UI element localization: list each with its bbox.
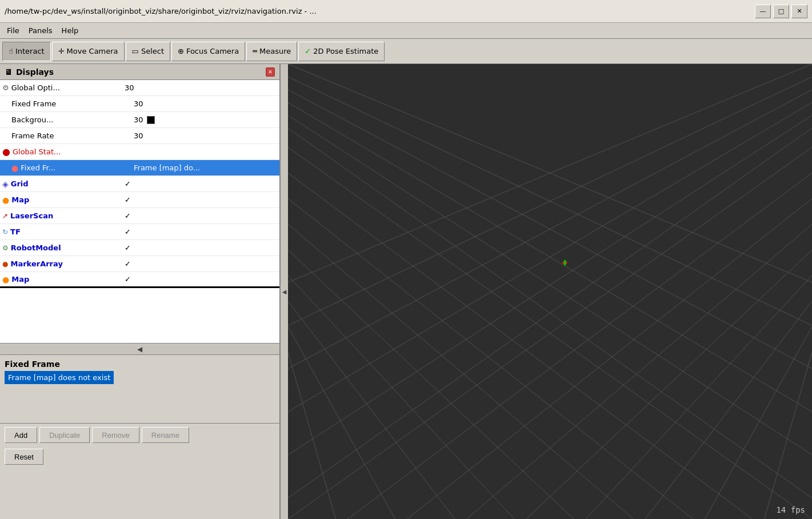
- marker-icon: ●: [2, 260, 8, 268]
- displays-title: 🖥 Displays: [5, 67, 54, 77]
- table-row[interactable]: ◈ Grid ✓: [0, 176, 279, 192]
- reset-button[interactable]: Reset: [5, 449, 43, 465]
- red-circle-icon: ●: [2, 146, 10, 157]
- interact-label: Interact: [15, 47, 45, 55]
- displays-list[interactable]: ⚙ Global Opti... 30 Fixed Frame 30 Backg…: [0, 80, 279, 343]
- menu-file[interactable]: File: [2, 25, 24, 36]
- collapse-handle[interactable]: ◀: [0, 343, 279, 354]
- remove-button[interactable]: Remove: [92, 427, 139, 443]
- table-row[interactable]: ● MarkerArray ✓: [0, 256, 279, 272]
- window-controls: — □ ✕: [755, 5, 807, 18]
- grid-icon: ◈: [2, 179, 9, 189]
- 2d-pose-icon: ✓: [305, 47, 311, 55]
- red-dot-icon: ●: [11, 163, 18, 173]
- rename-button[interactable]: Rename: [142, 427, 189, 443]
- toolbar: ☝ Interact ✛ Move Camera ▭ Select ⊕ Focu…: [0, 39, 812, 64]
- displays-header: 🖥 Displays ×: [0, 64, 279, 80]
- menubar: File Panels Help: [0, 23, 812, 39]
- duplicate-button[interactable]: Duplicate: [39, 427, 90, 443]
- map2-icon: ●: [2, 275, 9, 284]
- focus-camera-icon: ⊕: [178, 47, 184, 55]
- status-value: Frame [map] does not exist: [5, 371, 114, 384]
- add-button[interactable]: Add: [5, 427, 37, 443]
- interact-icon: ☝: [9, 47, 13, 55]
- table-row[interactable]: ⚙ Global Opti... 30: [0, 80, 279, 96]
- fps-counter: 14 fps: [776, 505, 805, 514]
- table-row[interactable]: ● Map ✓: [0, 272, 279, 288]
- focus-camera-label: Focus Camera: [186, 47, 239, 55]
- status-panel: Fixed Frame Frame [map] does not exist: [0, 354, 279, 423]
- 2d-pose-button[interactable]: ✓ 2D Pose Estimate: [298, 42, 385, 61]
- measure-button[interactable]: ═ Measure: [246, 42, 297, 61]
- minimize-button[interactable]: —: [755, 5, 771, 18]
- table-row[interactable]: ↗ LaserScan ✓: [0, 208, 279, 224]
- tf-icon: ↻: [2, 228, 8, 236]
- reset-area: Reset: [0, 446, 279, 469]
- table-row[interactable]: ● Global Stat...: [0, 144, 279, 160]
- move-camera-label: Move Camera: [67, 47, 118, 55]
- table-row[interactable]: Fixed Frame 30: [0, 96, 279, 112]
- panel-collapse-handle[interactable]: ◀: [280, 64, 288, 519]
- monitor-icon: 🖥: [5, 67, 13, 77]
- map-icon: ●: [2, 195, 9, 205]
- fixed-frame-label: Fixed Frame: [5, 360, 275, 369]
- main-area: 🖥 Displays × ⚙ Global Opti... 30 Fixed F…: [0, 64, 812, 519]
- maximize-button[interactable]: □: [773, 5, 789, 18]
- table-row[interactable]: ● Map ✓: [0, 192, 279, 208]
- window-title: /home/tw-pc/dev_ws/install/originbot_viz…: [5, 7, 317, 15]
- select-button[interactable]: ▭ Select: [126, 42, 170, 61]
- displays-close-button[interactable]: ×: [266, 67, 275, 77]
- table-row[interactable]: ● Fixed Fr... Frame [map] do...: [0, 160, 279, 176]
- menu-panels[interactable]: Panels: [24, 25, 57, 36]
- interact-button[interactable]: ☝ Interact: [2, 42, 51, 61]
- 3d-viewport[interactable]: 14 fps: [288, 64, 812, 519]
- chevron-left-icon: ◀: [282, 289, 287, 295]
- displays-title-text: Displays: [16, 67, 54, 77]
- bottom-buttons: Add Duplicate Remove Rename: [0, 423, 279, 446]
- robot-icon: ⚙: [2, 244, 9, 252]
- table-row[interactable]: ↻ TF ✓: [0, 224, 279, 240]
- table-row[interactable]: ⚙ RobotModel ✓: [0, 240, 279, 256]
- select-icon: ▭: [132, 47, 139, 55]
- 2d-pose-label: 2D Pose Estimate: [313, 47, 378, 55]
- measure-icon: ═: [253, 47, 257, 55]
- close-button[interactable]: ✕: [791, 5, 807, 18]
- table-row[interactable]: Backgrou... 30: [0, 112, 279, 128]
- move-camera-icon: ✛: [58, 47, 65, 55]
- gear-icon: ⚙: [2, 83, 9, 92]
- grid-visualization: [288, 64, 812, 519]
- laser-icon: ↗: [2, 212, 8, 220]
- table-row[interactable]: Frame Rate 30: [0, 128, 279, 144]
- select-label: Select: [141, 47, 164, 55]
- move-camera-button[interactable]: ✛ Move Camera: [52, 42, 125, 61]
- menu-help[interactable]: Help: [57, 25, 83, 36]
- measure-label: Measure: [259, 47, 291, 55]
- left-panel: 🖥 Displays × ⚙ Global Opti... 30 Fixed F…: [0, 64, 280, 519]
- titlebar: /home/tw-pc/dev_ws/install/originbot_viz…: [0, 0, 812, 23]
- collapse-arrow-icon: ◀: [137, 345, 142, 353]
- focus-camera-button[interactable]: ⊕ Focus Camera: [171, 42, 245, 61]
